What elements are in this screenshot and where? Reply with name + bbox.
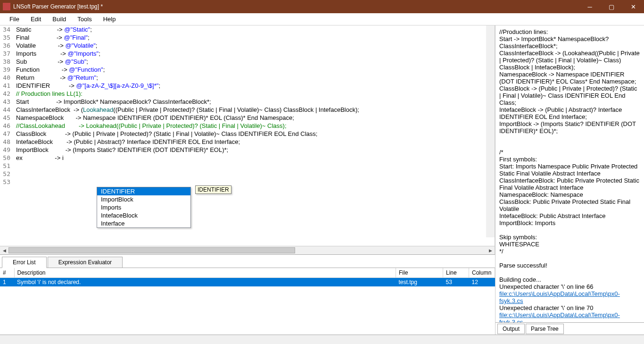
- statusbar: [0, 335, 644, 344]
- maximize-button[interactable]: ▢: [601, 0, 622, 13]
- menu-edit[interactable]: Edit: [25, 16, 47, 23]
- error-col-column[interactable]: Column: [469, 268, 495, 278]
- error-col-description[interactable]: Description: [14, 268, 396, 278]
- bottom-tabs: Error ListExpression Evaluator: [0, 255, 495, 268]
- error-list[interactable]: #DescriptionFileLineColumn 1Symbol 'i' i…: [0, 268, 495, 335]
- menu-tools[interactable]: Tools: [72, 16, 97, 23]
- tab-error-list[interactable]: Error List: [2, 257, 47, 268]
- autocomplete-item[interactable]: Imports: [97, 203, 190, 211]
- scroll-right-button[interactable]: ▶: [486, 246, 495, 254]
- right-tabs: OutputParse Tree: [495, 322, 644, 335]
- error-row[interactable]: 1Symbol 'i' is not declared.test.tpg5312: [0, 278, 495, 287]
- error-col-file[interactable]: File: [396, 268, 443, 278]
- titlebar: LNSoft Parser Generator [test.tpg] * ─ ▢…: [0, 0, 644, 13]
- right-tab-output[interactable]: Output: [497, 324, 525, 334]
- error-col-line[interactable]: Line: [443, 268, 469, 278]
- window-title: LNSoft Parser Generator [test.tpg] *: [13, 3, 579, 10]
- menu-file[interactable]: File: [4, 16, 25, 23]
- tab-expression-evaluator[interactable]: Expression Evaluator: [48, 257, 123, 268]
- app-icon: [3, 3, 10, 10]
- code-area[interactable]: Static -> @"Static";Final -> @"Final";Vo…: [16, 25, 495, 162]
- close-button[interactable]: ✕: [622, 0, 644, 13]
- vertical-scrollbar[interactable]: [486, 25, 495, 237]
- line-gutter: 34 35 36 37 38 39 40 41 42 43 44 45 46 4…: [0, 25, 12, 186]
- autocomplete-item[interactable]: IDENTIFIER: [97, 187, 190, 195]
- horizontal-scrollbar[interactable]: ◀ ▶: [0, 246, 495, 254]
- menu-build[interactable]: Build: [47, 16, 72, 23]
- scroll-thumb[interactable]: [8, 247, 295, 253]
- code-editor[interactable]: 34 35 36 37 38 39 40 41 42 43 44 45 46 4…: [0, 25, 495, 254]
- menubar: FileEditBuildToolsHelp: [0, 13, 644, 25]
- scroll-left-button[interactable]: ◀: [0, 246, 8, 254]
- autocomplete-item[interactable]: ImportBlock: [97, 195, 190, 203]
- error-link[interactable]: file:c:\Users\Louis\AppData\Local\Temp\p…: [499, 311, 620, 322]
- right-tab-parse-tree[interactable]: Parse Tree: [526, 324, 564, 334]
- minimize-button[interactable]: ─: [579, 0, 601, 13]
- bottom-panel: Error ListExpression Evaluator #Descript…: [0, 254, 495, 335]
- autocomplete-item[interactable]: Interface: [97, 219, 190, 227]
- autocomplete-popup[interactable]: IDENTIFIERImportBlockImportsIntefaceBloc…: [97, 187, 191, 228]
- autocomplete-tooltip: IDENTIFIER: [195, 185, 231, 194]
- menu-help[interactable]: Help: [98, 16, 122, 23]
- right-panel: //Production lines:Start -> ImportBlock*…: [495, 25, 644, 335]
- error-link[interactable]: file:c:\Users\Louis\AppData\Local\Temp\p…: [499, 290, 620, 304]
- autocomplete-item[interactable]: IntefaceBlock: [97, 211, 190, 219]
- output-pane[interactable]: //Production lines:Start -> ImportBlock*…: [495, 25, 644, 322]
- error-col-#[interactable]: #: [0, 268, 14, 278]
